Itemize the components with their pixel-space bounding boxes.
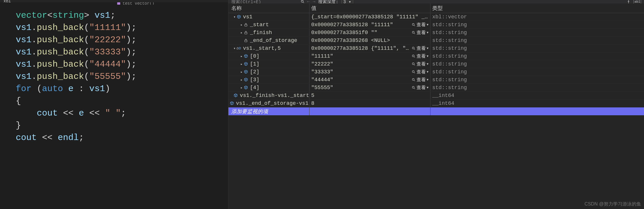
watch-name-cell[interactable]: ▸[1] xyxy=(228,60,309,68)
code-token: vs1 xyxy=(89,84,105,94)
view-visualizer-button[interactable]: 查看▼ xyxy=(412,22,428,28)
file-tab[interactable]: xbl xyxy=(0,0,14,2)
watch-value-cell[interactable]: "44444"查看▼ xyxy=(309,76,430,84)
watch-name-cell[interactable]: ▾vs1._start,5 xyxy=(228,45,309,52)
watch-name-cell[interactable]: ▸[2] xyxy=(228,68,309,76)
code-area[interactable]: vector<string> vs1; vs1.push_back("11111… xyxy=(0,5,228,209)
watch-type-cell: xbl::vector xyxy=(430,13,644,21)
svg-line-11 xyxy=(414,49,415,49)
watch-value-cell[interactable]: "11111"查看▼ xyxy=(309,52,430,60)
svg-point-10 xyxy=(412,47,414,49)
view-visualizer-button[interactable]: 查看▼ xyxy=(412,77,428,83)
watch-name-cell[interactable]: ▸[4] xyxy=(228,84,309,91)
expander-icon[interactable]: ▾ xyxy=(232,15,237,19)
expander-icon[interactable]: ▸ xyxy=(239,78,244,82)
cube-icon xyxy=(230,101,234,106)
code-token: "55555" xyxy=(89,72,126,82)
expander-icon[interactable]: ▸ xyxy=(239,23,244,27)
column-type-header[interactable]: 类型 xyxy=(430,3,644,13)
arrow-left-icon[interactable]: ← xyxy=(307,0,310,3)
watch-value-cell[interactable]: 5 xyxy=(309,92,430,99)
search-input[interactable]: 搜索(Ctrl+E) xyxy=(231,0,298,3)
column-value-header[interactable]: 值 xyxy=(309,3,430,13)
watch-type-cell: std::string xyxy=(430,60,644,68)
watch-value-cell[interactable]: {_start=0x00000277a3385128 "11111" _fini… xyxy=(309,13,430,21)
watch-row[interactable]: ▸[3]"44444"查看▼std::string xyxy=(228,76,644,84)
text-highlight-icon[interactable]: abl xyxy=(634,0,641,3)
watch-row[interactable]: ▸[2]"33333"查看▼std::string xyxy=(228,68,644,76)
expander-icon[interactable]: ▸ xyxy=(239,70,244,74)
expander-icon[interactable]: ▸ xyxy=(239,54,244,59)
watch-row[interactable]: _end_of_storage0x00000277a3385268 <NULL>… xyxy=(228,37,644,45)
watch-name-text: vs1 xyxy=(243,14,252,20)
code-token: vs1 xyxy=(16,47,32,57)
column-name-header[interactable]: 名称 xyxy=(228,3,309,13)
expander-icon[interactable]: ▸ xyxy=(239,31,244,35)
code-token: string xyxy=(52,10,84,20)
watch-row[interactable]: ▸[1]"22222"查看▼std::string xyxy=(228,60,644,68)
svg-point-14 xyxy=(412,63,414,65)
watch-row[interactable]: ▸[4]"55555"查看▼std::string xyxy=(228,84,644,92)
watch-value-text: 0x00000277a3385268 <NULL> xyxy=(311,38,428,43)
search-icon[interactable] xyxy=(301,0,305,3)
pin-icon[interactable] xyxy=(626,0,631,3)
watch-name-cell[interactable]: ▾vs1 xyxy=(228,13,309,21)
watch-name-cell[interactable]: ▸_start xyxy=(228,21,309,29)
expander-icon[interactable]: ▸ xyxy=(239,62,244,66)
code-token: "22222" xyxy=(89,35,126,45)
watch-name-cell[interactable]: ▸[0] xyxy=(228,52,309,60)
arrow-right-icon[interactable]: → xyxy=(313,0,315,3)
code-token: vs1 xyxy=(16,23,32,33)
view-visualizer-button[interactable]: 查看▼ xyxy=(412,30,428,36)
view-visualizer-button[interactable]: 查看▼ xyxy=(412,45,428,52)
watch-row[interactable]: vs1._end_of_storage-vs1._...8__int64 xyxy=(228,100,644,107)
breadcrumb-bar: test_vector() xyxy=(0,2,228,5)
code-token: vs1 xyxy=(16,59,32,69)
watch-value-cell[interactable]: 0x00000277a3385268 <NULL> xyxy=(309,37,430,44)
code-token: auto xyxy=(42,84,63,94)
watch-type-cell: __int64 xyxy=(430,100,644,107)
watch-type-cell: __int64 xyxy=(430,92,644,99)
watch-row[interactable]: ▸_finish0x00000277a33851f0 ""查看▼std::str… xyxy=(228,29,644,37)
view-visualizer-button[interactable]: 查看▼ xyxy=(412,53,428,59)
watch-name-cell[interactable]: ▸_finish xyxy=(228,29,309,36)
watch-row[interactable]: ▾vs1._start,50x00000277a3385128 {"11111"… xyxy=(228,45,644,52)
svg-point-18 xyxy=(412,78,414,80)
watch-row[interactable]: ▸[0]"11111"查看▼std::string xyxy=(228,52,644,60)
watch-value-cell[interactable]: "22222"查看▼ xyxy=(309,60,430,68)
view-visualizer-button[interactable]: 查看▼ xyxy=(412,69,428,75)
watch-value-cell[interactable]: "33333"查看▼ xyxy=(309,68,430,76)
watch-value-cell[interactable]: 0x00000277a33851f0 ""查看▼ xyxy=(309,29,430,36)
watch-value-cell[interactable]: "55555"查看▼ xyxy=(309,84,430,91)
watch-name-cell[interactable]: vs1._finish-vs1._start xyxy=(228,92,309,99)
watch-value-text: "55555" xyxy=(311,85,410,91)
breadcrumb-function[interactable]: test_vector() xyxy=(117,2,154,5)
watch-name-cell[interactable]: ▸[3] xyxy=(228,76,309,84)
watch-value-cell[interactable]: 0x00000277a3385128 "11111"查看▼ xyxy=(309,21,430,29)
watch-name-cell[interactable]: _end_of_storage xyxy=(228,37,309,44)
svg-line-7 xyxy=(414,33,415,34)
add-watch-row[interactable]: 添加要监视的项 xyxy=(228,107,644,115)
depth-dropdown[interactable]: 3 ▾ xyxy=(341,0,353,3)
expander-icon[interactable]: ▸ xyxy=(239,86,244,90)
watch-name-cell[interactable]: vs1._end_of_storage-vs1._... xyxy=(228,100,309,107)
watch-row[interactable]: ▸_start0x00000277a3385128 "11111"查看▼std:… xyxy=(228,21,644,29)
svg-point-0 xyxy=(301,0,303,2)
add-watch-prompt[interactable]: 添加要监视的项 xyxy=(228,107,309,115)
watch-type-cell: std::string xyxy=(430,37,644,44)
code-token: vector xyxy=(16,10,47,20)
watch-row[interactable]: ▾vs1{_start=0x00000277a3385128 "11111" _… xyxy=(228,13,644,21)
view-visualizer-button[interactable]: 查看▼ xyxy=(412,61,428,67)
watch-value-text: "44444" xyxy=(311,77,410,83)
watch-row[interactable]: vs1._finish-vs1._start5__int64 xyxy=(228,92,644,100)
watch-type-cell: std::string xyxy=(430,84,644,91)
expander-icon[interactable]: ▾ xyxy=(232,46,237,51)
svg-rect-9 xyxy=(237,48,238,49)
watch-value-cell[interactable]: 8 xyxy=(309,100,430,107)
cube-icon xyxy=(233,93,238,98)
view-visualizer-button[interactable]: 查看▼ xyxy=(412,85,428,91)
cube-icon xyxy=(244,62,248,66)
watch-value-cell[interactable]: 0x00000277a3385128 {"11111", "22222...查看… xyxy=(309,45,430,52)
svg-rect-5 xyxy=(245,32,247,34)
watch-name-text: _finish xyxy=(250,30,272,36)
